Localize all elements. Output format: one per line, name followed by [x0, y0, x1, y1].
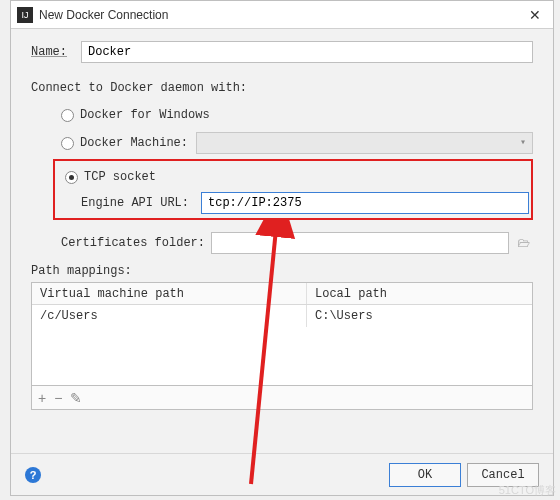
dialog-footer: ? OK Cancel — [11, 453, 553, 495]
radio-label: Docker for Windows — [80, 108, 210, 122]
watermark: 51CTO博客 — [499, 483, 556, 498]
radio-icon — [65, 171, 78, 184]
col-local-path: Local path — [307, 283, 532, 304]
radio-docker-windows[interactable]: Docker for Windows — [61, 104, 533, 126]
dialog-title: New Docker Connection — [39, 8, 523, 22]
radio-icon — [61, 137, 74, 150]
engine-url-row: Engine API URL: — [81, 192, 529, 214]
edit-icon[interactable]: ✎ — [70, 390, 82, 406]
col-vm-path: Virtual machine path — [32, 283, 307, 304]
path-mappings-label: Path mappings: — [31, 264, 533, 278]
close-icon[interactable]: ✕ — [523, 5, 547, 25]
name-label: Name: — [31, 45, 81, 59]
path-mappings-table[interactable]: Virtual machine path Local path /c/Users… — [31, 282, 533, 386]
help-icon[interactable]: ? — [25, 467, 41, 483]
app-icon: IJ — [17, 7, 33, 23]
add-icon[interactable]: + — [38, 390, 46, 406]
name-input[interactable] — [81, 41, 533, 63]
radio-label: TCP socket — [84, 170, 156, 184]
docker-machine-select[interactable] — [196, 132, 533, 154]
certificates-label: Certificates folder: — [61, 236, 211, 250]
tcp-socket-highlight: TCP socket Engine API URL: — [53, 159, 533, 220]
engine-url-input[interactable] — [201, 192, 529, 214]
cell-vm-path: /c/Users — [32, 305, 307, 327]
dialog-content: Name: Connect to Docker daemon with: Doc… — [11, 29, 553, 453]
radio-label: Docker Machine: — [80, 136, 188, 150]
certificates-input[interactable] — [211, 232, 509, 254]
name-row: Name: — [31, 41, 533, 63]
folder-icon[interactable]: 🗁 — [513, 233, 533, 253]
connect-label: Connect to Docker daemon with: — [31, 81, 533, 95]
table-row[interactable]: /c/Users C:\Users — [32, 305, 532, 327]
table-toolbar: + − ✎ — [31, 386, 533, 410]
engine-url-label: Engine API URL: — [81, 196, 201, 210]
radio-tcp-socket[interactable]: TCP socket — [65, 166, 529, 188]
radio-docker-machine[interactable]: Docker Machine: — [61, 132, 533, 154]
remove-icon[interactable]: − — [54, 390, 62, 406]
table-header: Virtual machine path Local path — [32, 283, 532, 305]
cell-local-path: C:\Users — [307, 305, 532, 327]
radio-icon — [61, 109, 74, 122]
dialog-window: IJ New Docker Connection ✕ Name: Connect… — [10, 0, 554, 496]
certificates-row: Certificates folder: 🗁 — [61, 232, 533, 254]
ok-button[interactable]: OK — [389, 463, 461, 487]
titlebar: IJ New Docker Connection ✕ — [11, 1, 553, 29]
